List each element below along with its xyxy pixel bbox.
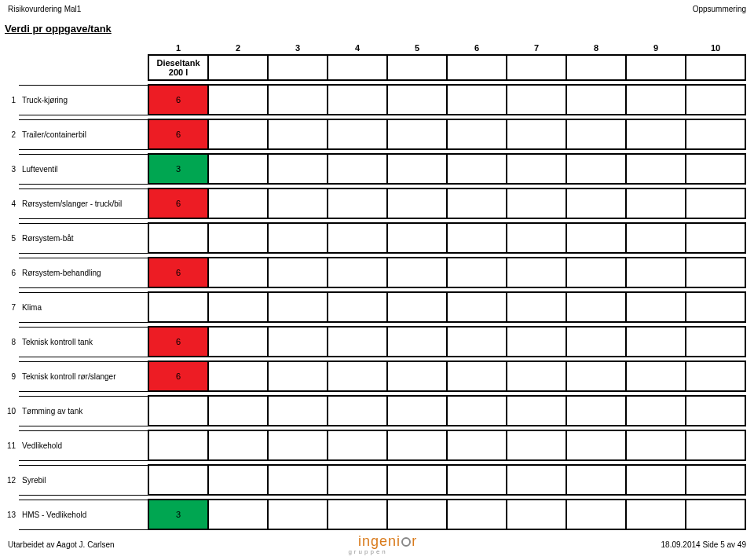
row-index: 9 [5,361,19,391]
col-num-2: 2 [208,41,268,55]
grid-cell [208,327,268,357]
col-subhead-5 [387,55,447,80]
grid-cell [447,119,507,149]
grid-cell [268,85,328,115]
row-index: 4 [5,188,19,218]
col-num-3: 3 [268,41,328,55]
grid-cell [328,465,387,495]
header-left: Risikovurdering Mal1 [8,5,81,13]
grid-cell [268,396,328,426]
row-label: Tømming av tank [19,396,148,426]
grid-cell [268,500,328,529]
grid-cell [208,396,268,426]
grid-cell [328,396,387,426]
grid-cell [387,223,447,253]
grid-cell [268,119,328,149]
row-index: 12 [5,465,19,495]
grid-cell [686,361,745,391]
row-index: 8 [5,327,19,357]
grid-cell [387,292,447,322]
grid-cell [507,119,566,149]
grid-cell [328,119,387,149]
grid-cell [507,292,566,322]
grid-cell [268,465,328,495]
row-label: Teknisk kontroll tank [19,327,148,357]
grid-cell [268,292,328,322]
grid-cell [328,292,387,322]
row-index: 6 [5,258,19,287]
logo-text: ingeni [358,533,401,549]
grid-cell: 6 [148,361,208,391]
col-subhead-9 [626,55,686,80]
row-label: Rørsystem-behandling [19,258,148,287]
grid-cell [626,119,686,149]
grid-cell [566,465,626,495]
grid-cell: 3 [148,154,208,184]
grid-cell [566,327,626,357]
grid-cell [507,85,566,115]
grid-cell [387,361,447,391]
grid-cell [507,430,566,460]
logo-subtext: gruppen [348,548,387,555]
grid-cell [686,500,745,529]
grid-cell [387,85,447,115]
grid-cell [208,119,268,149]
grid-cell [328,85,387,115]
col-subhead-10 [686,55,745,80]
grid-cell [507,500,566,529]
grid-cell [686,430,745,460]
grid-cell [686,85,745,115]
grid-cell [387,500,447,529]
grid-cell [148,223,208,253]
grid-cell [148,292,208,322]
grid-cell: 6 [148,119,208,149]
grid-cell [447,361,507,391]
col-num-6: 6 [447,41,507,55]
grid-cell [447,85,507,115]
grid-cell [208,188,268,218]
grid-cell [626,188,686,218]
col-subhead-2 [208,55,268,80]
row-label: Teknisk kontroll rør/slanger [19,361,148,391]
row-index: 10 [5,396,19,426]
logo-o-icon [401,537,411,547]
grid-cell [268,188,328,218]
row-label: Klima [19,292,148,322]
grid-cell [566,85,626,115]
logo: ingenir gruppen [358,533,417,555]
grid-cell [328,188,387,218]
grid-cell [507,361,566,391]
grid-cell [566,292,626,322]
grid-cell [208,223,268,253]
grid-cell [626,85,686,115]
col-subhead-7 [507,55,566,80]
grid-cell [686,223,745,253]
grid-cell [447,188,507,218]
row-label: Syrebil [19,465,148,495]
grid-cell [148,430,208,460]
col-num-4: 4 [328,41,387,55]
grid-cell [626,465,686,495]
grid-cell [268,223,328,253]
grid-cell [447,465,507,495]
grid-cell [686,119,745,149]
grid-cell [626,500,686,529]
col-subhead-8 [566,55,626,80]
col-subhead-4 [328,55,387,80]
grid-cell [268,154,328,184]
grid-cell [686,292,745,322]
grid-cell [686,154,745,184]
grid-cell [686,465,745,495]
grid-cell [208,292,268,322]
grid-cell [447,154,507,184]
row-index: 11 [5,430,19,460]
footer-date-page: 18.09.2014 Side 5 av 49 [661,540,746,549]
row-index: 3 [5,154,19,184]
grid-cell [387,119,447,149]
grid-cell [566,361,626,391]
grid-cell [507,327,566,357]
grid-cell [447,500,507,529]
row-index: 1 [5,85,19,115]
grid-cell [268,327,328,357]
grid-cell: 3 [148,500,208,529]
